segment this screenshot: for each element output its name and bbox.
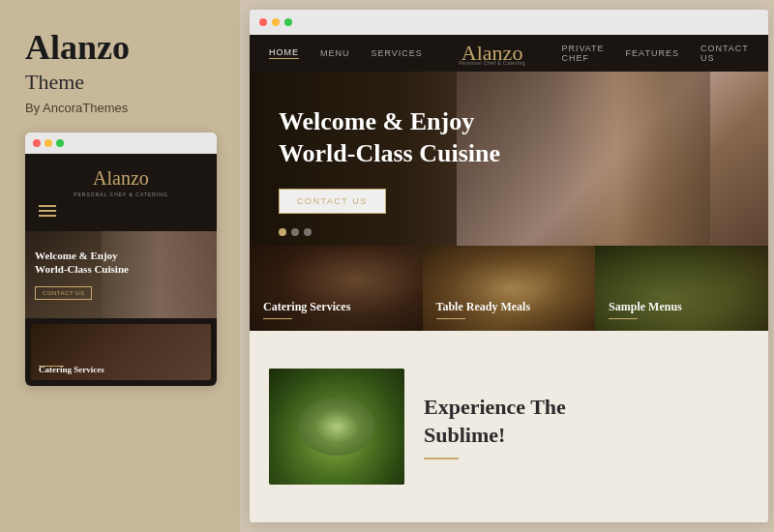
mobile-logo-sub: Personal Chef & Catering [74, 192, 168, 197]
browser-close-icon [259, 18, 267, 26]
mobile-catering-label: Catering Services [39, 365, 104, 374]
bottom-plate-image [298, 398, 375, 456]
theme-author: By AncoraThemes [25, 101, 215, 115]
mobile-hero-title: Welcome & EnjoyWorld-Class Cuisine [35, 249, 129, 277]
site-logo-sub: Personal Chef & Catering [438, 60, 547, 66]
hero-section: Welcome & EnjoyWorld-Class Cuisine CONTA… [250, 72, 768, 246]
mobile-catering-section: Catering Services [25, 318, 217, 386]
mobile-hero: Welcome & EnjoyWorld-Class Cuisine CONTA… [25, 231, 217, 318]
close-icon [33, 139, 41, 147]
nav-items-left: HOME MENU SERVICES [269, 47, 423, 59]
nav-items-right: PRIVATE CHEF FEATURES CONTACT US [561, 44, 748, 63]
mobile-titlebar [25, 133, 217, 154]
bottom-food-image [269, 369, 404, 485]
mobile-preview: Alanzo Personal Chef & Catering Welcome … [25, 133, 217, 386]
service-card-2-title: Table Ready Meals [436, 300, 531, 314]
service-card-1-title: Catering Services [263, 300, 350, 314]
site-nav: HOME MENU SERVICES Alanzo Personal Chef … [250, 35, 768, 72]
hero-content: Welcome & EnjoyWorld-Class Cuisine CONTA… [250, 72, 768, 246]
service-card-2-underline [436, 318, 465, 319]
nav-item-contact[interactable]: CONTACT US [700, 44, 749, 63]
service-card-3-underline [609, 318, 638, 319]
mobile-hero-content: Welcome & EnjoyWorld-Class Cuisine CONTA… [35, 249, 129, 301]
minimize-icon [45, 139, 52, 147]
theme-subtitle: Theme [25, 70, 215, 95]
maximize-icon [56, 139, 64, 147]
service-card-2-content: Table Ready Meals [436, 300, 531, 319]
browser-minimize-icon [272, 18, 280, 26]
service-card-1-underline [263, 318, 292, 319]
mobile-header: Alanzo Personal Chef & Catering [25, 154, 217, 231]
nav-item-services[interactable]: SERVICES [372, 48, 423, 58]
nav-item-menu[interactable]: MENU [320, 48, 350, 58]
browser-window: HOME MENU SERVICES Alanzo Personal Chef … [250, 10, 768, 522]
hamburger-line [39, 215, 56, 217]
service-card-1-content: Catering Services [263, 300, 350, 319]
service-card-sample-menus[interactable]: Sample Menus [595, 246, 768, 331]
nav-logo-container: Alanzo Personal Chef & Catering [438, 41, 547, 66]
hero-cta-button[interactable]: CONTACT US [279, 189, 386, 214]
service-card-table-meals[interactable]: Table Ready Meals [423, 246, 596, 331]
bottom-title-underline [424, 458, 459, 459]
mobile-catering-card: Catering Services [31, 324, 211, 380]
right-panel: HOME MENU SERVICES Alanzo Personal Chef … [240, 0, 774, 532]
bottom-title: Experience TheSublime! [424, 394, 749, 449]
nav-item-private-chef[interactable]: PRIVATE CHEF [561, 44, 604, 63]
browser-titlebar [250, 10, 768, 35]
hamburger-line [39, 205, 56, 207]
browser-maximize-icon [284, 18, 292, 26]
nav-item-features[interactable]: FEATURES [626, 48, 679, 58]
hero-title: Welcome & EnjoyWorld-Class Cuisine [279, 106, 739, 169]
mobile-logo: Alanzo [93, 167, 149, 190]
service-cards: Catering Services Table Ready Meals Samp… [250, 246, 768, 331]
nav-item-home[interactable]: HOME [269, 47, 299, 59]
service-card-catering[interactable]: Catering Services [250, 246, 423, 331]
service-card-3-title: Sample Menus [609, 300, 682, 314]
mobile-cta-button[interactable]: CONTACT US [35, 286, 92, 300]
hamburger-icon[interactable] [39, 205, 56, 217]
service-card-3-content: Sample Menus [609, 300, 682, 319]
theme-title: Alanzo [25, 29, 215, 68]
bottom-text-content: Experience TheSublime! [424, 394, 749, 458]
bottom-section: Experience TheSublime! [250, 331, 768, 522]
left-panel: Alanzo Theme By AncoraThemes Alanzo Pers… [0, 0, 240, 532]
hamburger-line [39, 210, 56, 212]
